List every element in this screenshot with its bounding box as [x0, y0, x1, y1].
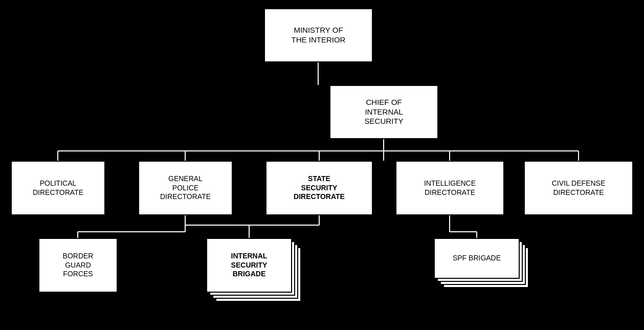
internal-security-brigade-label: INTERNAL SECURITY BRIGADE	[231, 252, 268, 279]
spf-brigade-wrapper: SPF BRIGADE	[434, 238, 520, 298]
civil-defense-label: CIVIL DEFENSE DIRECTORATE	[552, 179, 606, 197]
chief-label: CHIEF OF INTERNAL SECURITY	[365, 98, 404, 126]
internal-security-brigade-wrapper: INTERNAL SECURITY BRIGADE	[206, 238, 292, 313]
state-security-label: STATE SECURITY DIRECTORATE	[294, 174, 345, 202]
spf-brigade-box: SPF BRIGADE	[434, 238, 520, 279]
org-chart: MINISTRY OF THE INTERIOR CHIEF OF INTERN…	[0, 0, 644, 330]
civil-defense-box: CIVIL DEFENSE DIRECTORATE	[524, 161, 633, 215]
intelligence-label: INTELLIGENCE DIRECTORATE	[424, 179, 476, 197]
border-guard-label: BORDER GUARD FORCES	[63, 252, 94, 279]
general-police-label: GENERAL POLICE DIRECTORATE	[160, 174, 211, 202]
internal-security-brigade-box: INTERNAL SECURITY BRIGADE	[206, 238, 292, 293]
spf-brigade-label: SPF BRIGADE	[453, 254, 501, 263]
border-guard-box: BORDER GUARD FORCES	[38, 238, 118, 293]
intelligence-box: INTELLIGENCE DIRECTORATE	[395, 161, 504, 215]
chief-box: CHIEF OF INTERNAL SECURITY	[329, 85, 438, 139]
political-box: POLITICAL DIRECTORATE	[11, 161, 105, 215]
political-label: POLITICAL DIRECTORATE	[33, 179, 83, 197]
state-security-box: STATE SECURITY DIRECTORATE	[265, 161, 373, 215]
ministry-box: MINISTRY OF THE INTERIOR	[264, 8, 373, 62]
ministry-label: MINISTRY OF THE INTERIOR	[292, 26, 346, 45]
general-police-box: GENERAL POLICE DIRECTORATE	[138, 161, 233, 215]
